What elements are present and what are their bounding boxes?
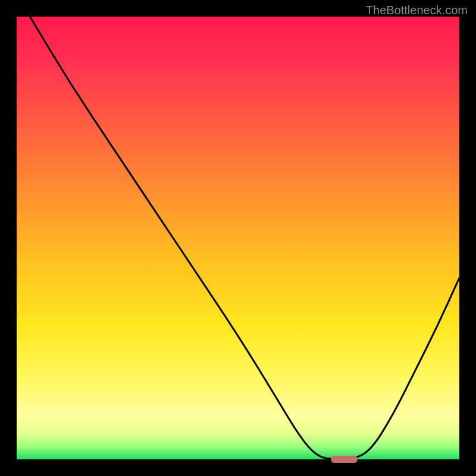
- watermark-text: TheBottleneck.com: [366, 4, 468, 17]
- chart-container: TheBottleneck.com: [0, 0, 476, 476]
- optimal-marker: [331, 456, 358, 462]
- plot-area: [17, 17, 459, 459]
- bottleneck-curve: [17, 17, 459, 459]
